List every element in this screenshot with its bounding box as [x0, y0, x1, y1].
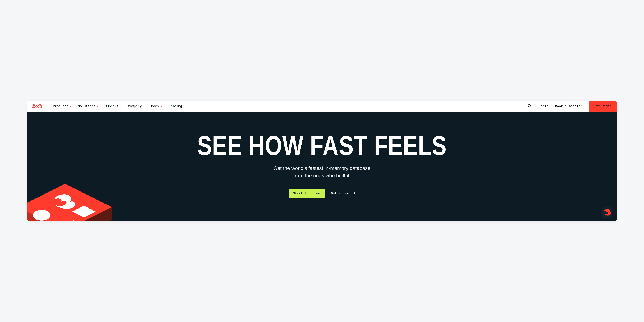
- svg-marker-5: [65, 207, 112, 221]
- nav-item-solutions[interactable]: Solutions: [78, 105, 99, 108]
- nav-right: Login Book a meeting Try Redis: [528, 101, 616, 112]
- nav-item-label: Products: [53, 105, 68, 108]
- svg-point-7: [33, 210, 50, 221]
- start-free-button[interactable]: Start for free: [288, 189, 324, 198]
- nav-item-label: Solutions: [78, 105, 96, 108]
- nav-links: Products Solutions Support Company: [53, 105, 182, 108]
- get-demo-label: Get a demo: [331, 192, 350, 195]
- redis-r-icon: [604, 209, 611, 217]
- navbar: Redis Products Solutions Support: [27, 101, 616, 112]
- redis-logo[interactable]: Redis: [32, 103, 48, 109]
- nav-item-label: Support: [105, 105, 118, 108]
- cta-row: Start for free Get a demo: [288, 189, 355, 198]
- hero-sub-line2: from the ones who built it.: [293, 173, 350, 178]
- hero-illustration: [27, 178, 115, 221]
- svg-line-2: [530, 106, 531, 107]
- hero-subtitle: Get the world’s fastest in-memory databa…: [34, 165, 609, 179]
- chevron-down-icon: [143, 105, 145, 107]
- hero-section: SEE HOW FAST FEELS Get the world’s faste…: [27, 112, 616, 221]
- book-meeting-link[interactable]: Book a meeting: [555, 105, 582, 108]
- nav-item-pricing[interactable]: Pricing: [168, 105, 182, 108]
- svg-text:Redis: Redis: [32, 104, 42, 108]
- hero-title: SEE HOW FAST FEELS: [86, 134, 558, 158]
- nav-item-support[interactable]: Support: [105, 105, 122, 108]
- nav-item-products[interactable]: Products: [53, 105, 72, 108]
- nav-item-label: Company: [128, 105, 142, 108]
- try-redis-button[interactable]: Try Redis: [589, 101, 616, 112]
- svg-marker-8: [72, 206, 96, 217]
- chevron-down-icon: [97, 105, 99, 107]
- chevron-down-icon: [120, 105, 122, 107]
- login-link[interactable]: Login: [538, 105, 548, 108]
- search-icon: [528, 104, 532, 109]
- search-button[interactable]: [528, 104, 532, 109]
- chevron-down-icon: [70, 105, 72, 107]
- page-frame: Redis Products Solutions Support: [27, 101, 616, 221]
- nav-item-label: Docs: [151, 105, 159, 108]
- svg-marker-6: [27, 207, 65, 221]
- nav-item-company[interactable]: Company: [128, 105, 145, 108]
- nav-item-label: Pricing: [168, 105, 182, 108]
- help-badge[interactable]: [602, 207, 612, 218]
- nav-item-docs[interactable]: Docs: [151, 105, 162, 108]
- arrow-right-icon: [352, 192, 356, 195]
- svg-marker-4: [27, 184, 112, 221]
- get-demo-link[interactable]: Get a demo: [331, 192, 356, 195]
- hero-sub-line1: Get the world’s fastest in-memory databa…: [274, 165, 370, 171]
- svg-marker-9: [59, 220, 74, 221]
- chevron-down-icon: [160, 105, 162, 107]
